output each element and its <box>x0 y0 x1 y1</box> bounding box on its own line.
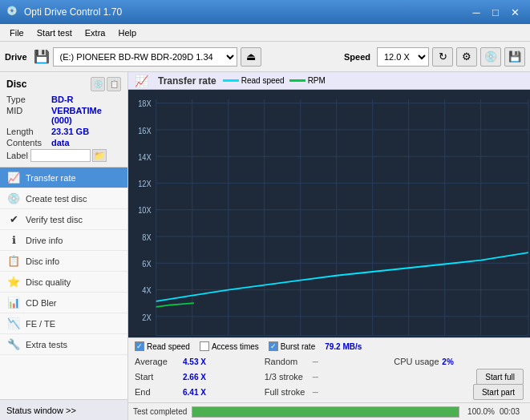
rpm-legend-label: RPM <box>308 76 326 85</box>
label-key: Label <box>6 151 30 160</box>
end-row: End 6.41 X <box>135 385 265 399</box>
disc-info-label: Disc info <box>26 256 59 266</box>
eject-button[interactable]: ⏏ <box>241 47 261 67</box>
status-window-button[interactable]: Status window >> <box>0 399 127 420</box>
nav-items: 📈 Transfer rate 💿 Create test disc ✔ Ver… <box>0 168 127 399</box>
mid-val: VERBATIMe (000) <box>51 106 121 125</box>
menubar: File Start test Extra Help <box>0 24 530 42</box>
start-full-row: Start full <box>394 370 524 384</box>
burst-rate-check[interactable]: ✓ Burst rate <box>269 341 315 351</box>
sidebar-item-drive-info[interactable]: ℹ Drive info <box>0 230 127 251</box>
length-key: Length <box>6 127 51 136</box>
average-val: 4.53 X <box>183 357 219 366</box>
verify-test-disc-icon: ✔ <box>6 212 21 227</box>
progress-area: Test completed 100.0% 00:03 <box>128 402 530 420</box>
chart-svg: 18X 16X 14X 12X 10X 8X 6X 4X 2X <box>128 90 530 337</box>
1-3-stroke-row: 1/3 stroke ─ <box>265 370 394 384</box>
cd-bler-label: CD Bler <box>26 298 57 308</box>
sidebar-item-create-test-disc[interactable]: 💿 Create test disc <box>0 188 127 209</box>
sidebar-item-verify-test-disc[interactable]: ✔ Verify test disc <box>0 209 127 230</box>
read-speed-check[interactable]: ✓ Read speed <box>135 341 190 351</box>
disc-button[interactable]: 💿 <box>480 47 501 67</box>
chart-header-icon: 📈 <box>135 75 148 87</box>
menu-file[interactable]: File <box>3 26 30 39</box>
read-speed-legend-color <box>223 79 239 82</box>
burst-rate-legend: Burst rate <box>281 342 315 351</box>
start-key: Start <box>135 372 183 382</box>
drive-info-label: Drive info <box>26 236 63 245</box>
extra-tests-icon: 🔧 <box>6 337 21 352</box>
sidebar-item-disc-info[interactable]: 📋 Disc info <box>0 251 127 272</box>
progress-bar-fill <box>192 407 459 417</box>
app-title: Opti Drive Control 1.70 <box>24 6 466 18</box>
disc-section-label: Disc <box>6 79 26 90</box>
create-test-disc-icon: 💿 <box>6 192 21 206</box>
titlebar: 💿 Opti Drive Control 1.70 ─ □ ✕ <box>0 0 530 24</box>
speed-select[interactable]: 12.0 X ↓ <box>377 47 429 67</box>
transfer-rate-icon: 📈 <box>6 171 21 185</box>
start-full-button[interactable]: Start full <box>476 369 524 385</box>
maximize-button[interactable]: □ <box>487 3 504 21</box>
start-row: Start 2.66 X <box>135 370 265 384</box>
refresh-button[interactable]: ↻ <box>432 47 453 67</box>
svg-text:8X: 8X <box>142 232 152 242</box>
read-speed-checkbox[interactable]: ✓ <box>135 341 144 351</box>
extra-tests-label: Extra tests <box>26 340 67 349</box>
legend-row: ✓ Read speed Access times ✓ Burst rate 7… <box>135 341 524 351</box>
full-stroke-row: Full stroke ─ <box>265 385 394 399</box>
create-test-disc-label: Create test disc <box>26 194 87 204</box>
svg-text:10X: 10X <box>138 206 152 216</box>
burst-rate-value: 79.2 MB/s <box>325 342 362 351</box>
full-stroke-key: Full stroke <box>265 387 313 397</box>
cpu-usage-val: 2% <box>442 357 453 366</box>
svg-text:2X: 2X <box>142 313 152 322</box>
sidebar-item-cd-bler[interactable]: 📊 CD Bler <box>0 293 127 313</box>
close-button[interactable]: ✕ <box>506 3 524 21</box>
speed-label: Speed <box>344 52 370 62</box>
start-part-button[interactable]: Start part <box>473 384 524 400</box>
menu-extra[interactable]: Extra <box>79 26 112 39</box>
stats-area: ✓ Read speed Access times ✓ Burst rate 7… <box>128 337 530 402</box>
access-times-check[interactable]: Access times <box>200 341 259 351</box>
type-key: Type <box>6 95 51 104</box>
label-input[interactable] <box>30 149 91 162</box>
minimize-button[interactable]: ─ <box>467 3 485 21</box>
fe-te-icon: 📉 <box>6 317 21 331</box>
sidebar-item-fe-te[interactable]: 📉 FE / TE <box>0 313 127 334</box>
content-area: 📈 Transfer rate Read speed RPM 18X <box>128 72 530 420</box>
average-row: Average 4.53 X <box>135 354 265 369</box>
cd-bler-icon: 📊 <box>6 296 21 310</box>
cpu-usage-row: CPU usage 2% <box>394 354 524 369</box>
burst-rate-checkbox[interactable]: ✓ <box>269 341 278 351</box>
full-stroke-val: ─ <box>313 388 337 397</box>
chart-container: 18X 16X 14X 12X 10X 8X 6X 4X 2X <box>128 90 530 337</box>
label-browse-btn[interactable]: 📁 <box>92 149 107 162</box>
svg-text:4X: 4X <box>142 286 152 296</box>
random-row: Random ─ <box>265 354 394 369</box>
drive-icon: 💾 <box>34 49 50 64</box>
fe-te-label: FE / TE <box>26 319 55 329</box>
disc-panel: Disc 💿 📋 Type BD-R MID VERBATIMe (000) L… <box>0 72 127 168</box>
toolbar: Drive 💾 (E:) PIONEER BD-RW BDR-209D 1.34… <box>0 42 530 72</box>
svg-text:12X: 12X <box>138 180 152 189</box>
settings-button[interactable]: ⚙ <box>456 47 477 67</box>
access-times-checkbox[interactable] <box>200 341 209 351</box>
disc-icon-btn-2[interactable]: 📋 <box>107 77 121 91</box>
read-speed-legend: Read speed <box>147 342 190 351</box>
save-button[interactable]: 💾 <box>504 47 525 67</box>
svg-text:18X: 18X <box>138 99 152 109</box>
transfer-rate-label: Transfer rate <box>26 173 76 183</box>
disc-icon-btn-1[interactable]: 💿 <box>91 77 105 91</box>
svg-text:6X: 6X <box>142 259 152 269</box>
sidebar-item-transfer-rate[interactable]: 📈 Transfer rate <box>0 168 127 188</box>
status-text: Test completed <box>133 407 187 416</box>
menu-start-test[interactable]: Start test <box>30 26 79 39</box>
drive-select[interactable]: (E:) PIONEER BD-RW BDR-209D 1.34 <box>53 47 237 67</box>
random-val: ─ <box>313 357 337 366</box>
menu-help[interactable]: Help <box>111 26 143 39</box>
verify-test-disc-label: Verify test disc <box>26 215 83 224</box>
sidebar-item-disc-quality[interactable]: ⭐ Disc quality <box>0 272 127 293</box>
svg-rect-0 <box>128 90 530 337</box>
drive-info-icon: ℹ <box>6 233 21 248</box>
sidebar-item-extra-tests[interactable]: 🔧 Extra tests <box>0 334 127 355</box>
